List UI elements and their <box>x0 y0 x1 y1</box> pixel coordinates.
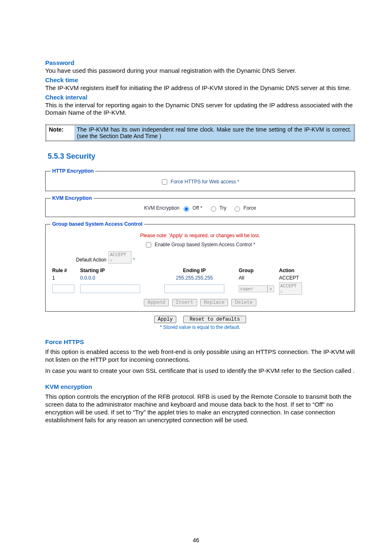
http-encryption-panel: HTTP Encryption Force HTTPS for Web acce… <box>45 168 355 191</box>
action-select[interactable]: ACCEPT v <box>279 282 302 295</box>
end-ip-input[interactable] <box>164 284 224 293</box>
insert-button[interactable]: Insert <box>172 299 197 306</box>
kvm-force-label: Force <box>244 205 256 211</box>
password-body: You have used this password during your … <box>45 67 355 75</box>
group-access-panel: Group based System Access Control Please… <box>45 221 355 312</box>
enable-group-checkbox[interactable] <box>146 242 151 247</box>
group-select[interactable]: super <box>239 285 267 292</box>
http-encryption-legend: HTTP Encryption <box>51 168 95 174</box>
checkinterval-body: This is the interval for reporting again… <box>45 102 355 117</box>
kvm-off-label: Off * <box>192 205 202 211</box>
enable-group-label: Enable Group based System Access Control… <box>154 242 255 247</box>
kvm-enc-p: This option controls the encryption of t… <box>45 393 355 424</box>
rule-input[interactable] <box>52 284 74 293</box>
group-select-arrow[interactable]: v <box>267 285 274 292</box>
security-section-heading: 5.5.3 Security <box>48 152 355 161</box>
default-action-label: Default Action <box>76 257 106 263</box>
password-heading: Password <box>45 59 355 66</box>
force-https-heading: Force HTTPS <box>45 338 355 345</box>
kvm-encryption-panel: KVM Encryption KVM Encryption Off * Try … <box>45 195 355 217</box>
apply-button[interactable]: Apply <box>154 316 176 323</box>
append-button[interactable]: Append <box>144 299 169 306</box>
group-cell: All <box>237 274 277 282</box>
col-action: Action <box>277 267 350 274</box>
start-cell: 0.0.0.0 <box>78 274 152 282</box>
col-start: Starting IP <box>78 267 152 274</box>
end-cell: 255.255.255.255 <box>152 274 237 282</box>
rule-cell: 1 <box>51 274 78 282</box>
col-group: Group <box>237 267 277 274</box>
group-access-warning: Please note: 'Apply' is required, or cha… <box>51 233 350 238</box>
force-https-p2: In case you want to create your own SSL … <box>45 367 355 375</box>
checkinterval-heading: Check interval <box>45 94 355 101</box>
kvm-try-label: Try <box>219 205 226 211</box>
kvm-off-radio[interactable] <box>184 206 189 212</box>
checktime-heading: Check time <box>45 76 355 83</box>
note-box: Note: The IP-KVM has its own independent… <box>45 124 355 141</box>
force-https-checkbox[interactable] <box>162 179 167 185</box>
kvm-enc-heading: KVM encryption <box>45 383 355 390</box>
rules-table: Rule # Starting IP Ending IP Group Actio… <box>51 267 350 296</box>
group-access-legend: Group based System Access Control <box>51 221 144 227</box>
delete-button[interactable]: Delete <box>231 299 256 306</box>
replace-button[interactable]: Replace <box>200 299 228 306</box>
reset-button[interactable]: Reset to defaults <box>183 316 246 323</box>
kvm-try-radio[interactable] <box>211 206 216 212</box>
kvm-encryption-label: KVM Encryption <box>144 205 180 211</box>
note-label: Note: <box>46 125 75 141</box>
note-body: The IP-KVM has its own independent real … <box>74 125 355 141</box>
default-action-select[interactable]: ACCEPT v <box>108 251 131 264</box>
checktime-body: The IP-KVM registers itself for initiati… <box>45 84 355 92</box>
action-cell: ACCEPT <box>277 274 350 282</box>
page-number: 46 <box>0 537 392 543</box>
col-rule: Rule # <box>51 267 78 274</box>
force-https-label: Force HTTPS for Web access * <box>171 179 239 185</box>
table-row: 1 0.0.0.0 255.255.255.255 All ACCEPT <box>51 274 350 282</box>
input-row: superv ACCEPT v <box>51 282 350 296</box>
col-end: Ending IP <box>152 267 237 274</box>
start-ip-input[interactable] <box>80 284 140 293</box>
force-https-p1: If this option is enabled access to the … <box>45 348 355 363</box>
default-action-asterisk: * <box>133 257 135 263</box>
kvm-encryption-legend: KVM Encryption <box>51 195 94 201</box>
stored-value-footnote: * Stored value is equal to the default. <box>45 324 355 330</box>
kvm-force-radio[interactable] <box>235 206 240 212</box>
